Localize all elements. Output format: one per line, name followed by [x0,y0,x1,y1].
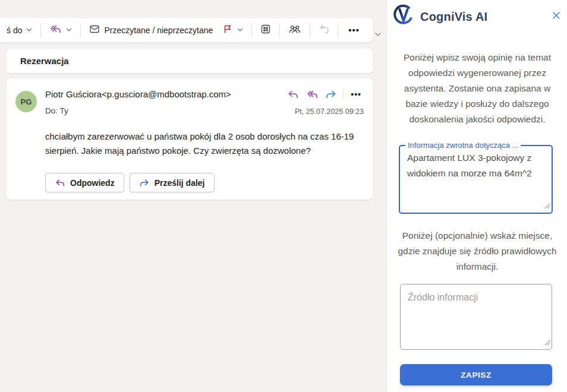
feedback-field-wrapper: Informacja zwrotna dotycząca ... Apartam… [399,145,553,214]
undo-button[interactable] [313,21,335,40]
avatar[interactable]: PG [15,91,37,112]
read-unread-button[interactable]: Przeczytane / nieprzeczytane [84,21,218,40]
source-field-wrapper [400,284,552,350]
recipient-line: Do: Ty [45,106,68,115]
reply-icon [55,178,65,188]
toolbar-divider [310,23,310,37]
undo-icon [318,23,330,37]
forward-icon [325,89,337,100]
reply-all-icon [49,23,62,37]
chevron-down-icon [237,25,244,36]
people-button[interactable] [283,21,307,40]
collapse-chevron-icon[interactable] [374,30,382,41]
close-icon[interactable] [550,10,562,21]
email-subject-card: Rezerwacja [6,49,373,73]
email-subject: Rezerwacja [20,56,69,66]
feedback-instructions: Poniżej wpisz swoją opinię na temat odpo… [395,50,559,127]
chevron-down-icon [26,25,33,36]
reply-icon [287,89,299,100]
message-date: Pt, 25.07.2025 09:23 [295,108,364,116]
message-overflow-button[interactable]: ••• [347,90,365,99]
people-icon [288,23,302,37]
toolbar-divider [80,23,81,37]
move-to-label: ś do [7,26,22,35]
cognivis-logo-icon [392,4,415,30]
toolbar-overflow-button[interactable]: ••• [341,25,367,35]
save-button[interactable]: ZAPISZ [400,364,552,385]
message-actions: ••• [285,87,365,102]
quick-reply-buttons: Odpowiedz Prześlij dalej [45,173,215,192]
source-instructions: Poniżej (opcjonalnie) wskaż miejsce, gdz… [395,228,559,274]
reply-button[interactable]: Odpowiedz [45,173,124,192]
toolbar-divider [338,23,338,37]
sender-name[interactable]: Piotr Guściora<p.gusciora@mdbootstrap.co… [45,89,231,99]
forward-icon [139,178,150,188]
toolbar-divider [251,23,252,37]
envelope-icon [89,23,100,37]
toolbar-divider [279,23,280,37]
forward-button-label: Prześlij dalej [155,178,205,188]
read-unread-label: Przeczytane / nieprzeczytane [104,26,213,35]
source-input[interactable] [401,284,552,349]
cognivis-panel: CogniVis AI Poniżej wpisz swoją opinię n… [386,0,567,392]
chevron-down-icon [65,25,73,36]
mail-reading-pane: ś do [0,0,386,392]
reply-all-icon [305,89,319,100]
flag-button[interactable] [218,21,248,40]
reply-all-icon-button[interactable] [304,87,320,102]
feedback-input[interactable]: Apartament LUX 3-pokojowy z widokiem na … [400,146,552,213]
mail-toolbar: ś do [0,18,373,42]
apps-grid-button[interactable] [255,21,276,40]
actions-divider [343,89,344,100]
toolbar-divider [40,23,41,37]
feedback-field-label: Informacja zwrotna dotycząca ... [405,141,521,150]
email-message-card: PG Piotr Guściora<p.gusciora@mdbootstrap… [6,78,373,200]
move-to-button[interactable]: ś do [2,21,37,40]
flag-icon [222,24,233,37]
apps-grid-icon [260,23,272,37]
message-body: chciałbym zarezerwować u państwa pokój d… [45,129,363,158]
panel-header: CogniVis AI [392,4,487,30]
reply-all-button[interactable] [44,21,77,40]
panel-title: CogniVis AI [420,10,487,24]
forward-button[interactable]: Prześlij dalej [130,173,215,192]
forward-icon-button[interactable] [323,87,339,102]
reply-button-label: Odpowiedz [70,178,115,188]
reply-icon-button[interactable] [285,87,301,102]
